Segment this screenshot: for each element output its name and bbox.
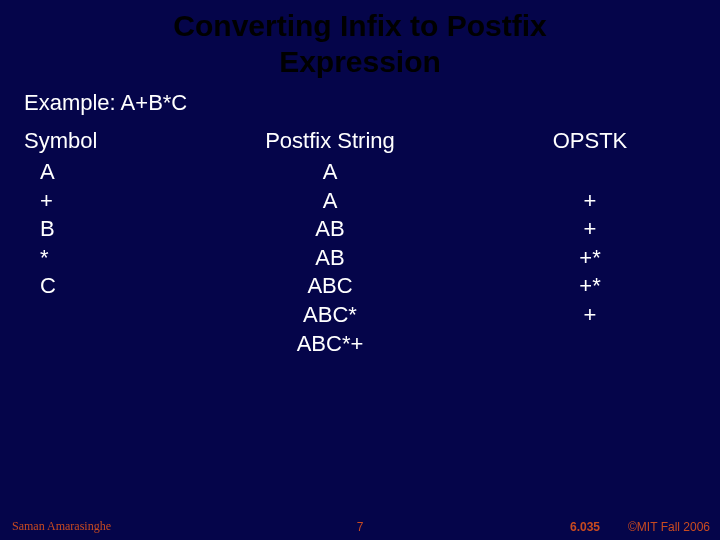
opstk-header: OPSTK	[553, 128, 628, 154]
slide-title: Converting Infix to Postfix Expression	[0, 0, 720, 80]
title-line-2: Expression	[279, 45, 441, 78]
postfix-row: ABC*	[303, 301, 357, 330]
opstk-row: +*	[579, 272, 600, 301]
postfix-row: ABC*+	[297, 330, 364, 359]
symbol-row: B	[24, 215, 200, 244]
symbol-row: +	[24, 187, 200, 216]
footer-author: Saman Amarasinghe	[12, 519, 111, 534]
symbol-column: Symbol A + B * C	[0, 128, 200, 358]
footer-page: 7	[357, 520, 364, 534]
opstk-column: OPSTK + + +* +* +	[460, 128, 720, 358]
postfix-column: Postfix String A A AB AB ABC ABC* ABC*+	[200, 128, 460, 358]
postfix-row: AB	[315, 215, 344, 244]
postfix-row: A	[323, 187, 338, 216]
footer-copyright: ©MIT Fall 2006	[628, 520, 710, 534]
symbol-header: Symbol	[24, 128, 200, 154]
opstk-row	[587, 330, 593, 359]
footer-course: 6.035	[570, 520, 600, 534]
title-line-1: Converting Infix to Postfix	[173, 9, 546, 42]
postfix-header: Postfix String	[265, 128, 395, 154]
conversion-table: Symbol A + B * C Postfix String A A AB A…	[0, 116, 720, 358]
postfix-row: AB	[315, 244, 344, 273]
opstk-row: +	[584, 187, 597, 216]
opstk-row: +*	[579, 244, 600, 273]
postfix-row: A	[323, 158, 338, 187]
opstk-row: +	[584, 301, 597, 330]
postfix-row: ABC	[307, 272, 352, 301]
example-line: Example: A+B*C	[0, 80, 720, 116]
symbol-row: C	[24, 272, 200, 301]
opstk-row	[587, 158, 593, 187]
opstk-row: +	[584, 215, 597, 244]
symbol-row: *	[24, 244, 200, 273]
symbol-row: A	[24, 158, 200, 187]
